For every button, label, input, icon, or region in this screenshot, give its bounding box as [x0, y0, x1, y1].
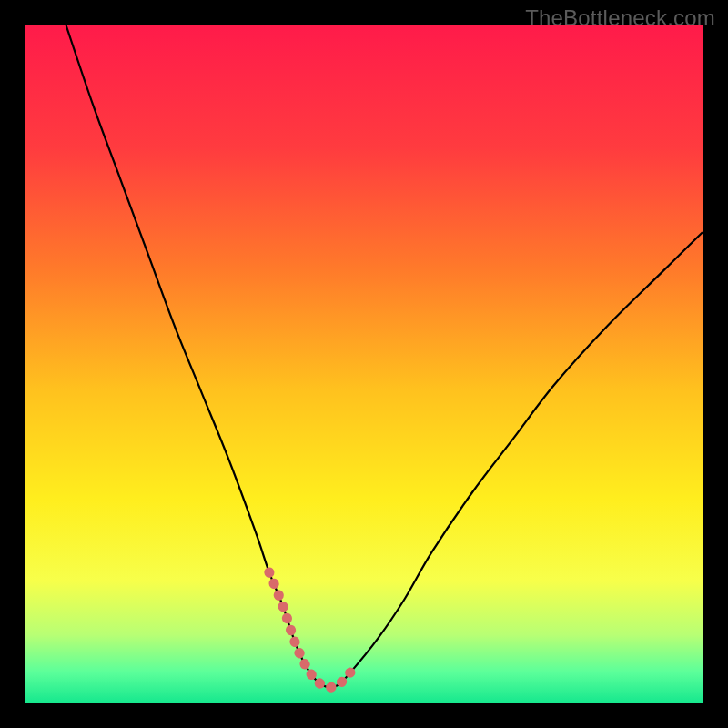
chart-frame: TheBottleneck.com	[0, 0, 728, 728]
gradient-background	[25, 25, 703, 703]
bottleneck-chart	[25, 25, 703, 703]
plot-area	[25, 25, 703, 703]
watermark-text: TheBottleneck.com	[525, 5, 715, 31]
